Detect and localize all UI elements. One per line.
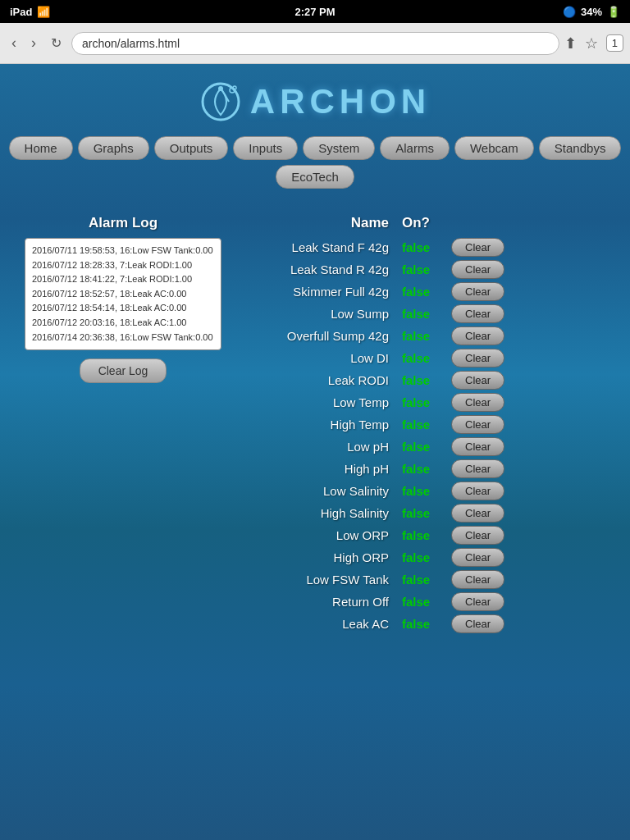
url-text: archon/alarms.html: [82, 37, 180, 50]
alarm-row: Low Salinity false Clear: [238, 482, 605, 500]
battery-label: 34%: [581, 6, 602, 18]
nav-home[interactable]: Home: [9, 136, 73, 160]
alarm-value: false: [402, 550, 451, 564]
back-button[interactable]: ‹: [7, 31, 21, 55]
alarm-name: Low FSW Tank: [238, 573, 402, 587]
alarm-value: false: [402, 373, 451, 387]
alarm-value: false: [402, 484, 451, 498]
alarms-header: Name On?: [238, 215, 605, 231]
alarm-value: false: [402, 506, 451, 520]
address-bar[interactable]: archon/alarms.html: [71, 32, 559, 55]
alarm-value: false: [402, 395, 451, 409]
nav-inputs[interactable]: Inputs: [233, 136, 298, 160]
svg-point-3: [233, 86, 236, 89]
clear-log-button[interactable]: Clear Log: [80, 358, 167, 383]
clear-button[interactable]: Clear: [451, 282, 504, 301]
nav-outputs[interactable]: Outputs: [154, 136, 229, 160]
time-label: 2:27 PM: [294, 6, 335, 18]
share-icon[interactable]: ⬆: [564, 34, 577, 52]
clear-button[interactable]: Clear: [451, 371, 504, 390]
nav-standbys[interactable]: Standbys: [539, 136, 622, 160]
clear-button[interactable]: Clear: [451, 437, 504, 456]
alarm-value: false: [402, 307, 451, 321]
alarm-name: Leak RODI: [238, 373, 402, 387]
clear-button[interactable]: Clear: [451, 482, 504, 500]
clear-button[interactable]: Clear: [451, 349, 504, 368]
clear-button[interactable]: Clear: [451, 548, 504, 567]
alarm-row: High pH false Clear: [238, 459, 605, 478]
refresh-button[interactable]: ↻: [46, 32, 66, 54]
alarm-value: false: [402, 573, 451, 587]
alarm-name: Low ORP: [238, 528, 402, 542]
nav-webcam[interactable]: Webcam: [454, 136, 534, 160]
alarm-row: Low pH false Clear: [238, 437, 605, 456]
clear-button[interactable]: Clear: [451, 393, 504, 412]
clear-button[interactable]: Clear: [451, 260, 504, 279]
alarm-value: false: [402, 351, 451, 365]
clear-button[interactable]: Clear: [451, 326, 504, 345]
alarm-value: false: [402, 440, 451, 454]
tab-badge[interactable]: 1: [606, 34, 623, 52]
wifi-icon: 📶: [37, 6, 50, 18]
alarm-value: false: [402, 595, 451, 609]
alarm-name: Leak Stand F 42g: [238, 240, 402, 254]
bookmark-icon[interactable]: ☆: [585, 34, 598, 52]
alarm-name: High ORP: [238, 550, 402, 564]
alarm-row: Leak RODI false Clear: [238, 371, 605, 390]
alarm-value: false: [402, 462, 451, 476]
battery-icon: 🔋: [607, 6, 620, 18]
alarm-name: Leak AC: [238, 617, 402, 631]
clear-button[interactable]: Clear: [451, 415, 504, 434]
nav-system[interactable]: System: [303, 136, 375, 160]
main-content: Alarm Log 2016/07/11 19:58:53, 16:Low FS…: [0, 202, 630, 650]
alarm-name: Return Off: [238, 595, 402, 609]
logo-container: ARCHON: [0, 80, 630, 123]
alarm-name: Low Temp: [238, 395, 402, 409]
alarm-value: false: [402, 262, 451, 276]
alarm-row: High ORP false Clear: [238, 548, 605, 567]
alarm-row: Low Sump false Clear: [238, 304, 605, 323]
clear-button[interactable]: Clear: [451, 614, 504, 633]
clear-button[interactable]: Clear: [451, 526, 504, 545]
alarm-row: High Salinity false Clear: [238, 504, 605, 523]
forward-button[interactable]: ›: [26, 31, 41, 55]
alarm-name: Low Sump: [238, 307, 402, 321]
col-name-header: Name: [238, 215, 402, 231]
alarm-row: Low DI false Clear: [238, 349, 605, 368]
alarm-row: Skimmer Full 42g false Clear: [238, 282, 605, 301]
logo-text: ARCHON: [250, 82, 431, 121]
clear-button[interactable]: Clear: [451, 459, 504, 478]
status-bar: iPad 📶 2:27 PM 🔵 34% 🔋: [0, 0, 630, 23]
alarm-log-title: Alarm Log: [25, 215, 221, 231]
alarm-log-section: Alarm Log 2016/07/11 19:58:53, 16:Low FS…: [25, 215, 221, 383]
alarm-value: false: [402, 240, 451, 254]
nav-graphs[interactable]: Graphs: [78, 136, 149, 160]
alarm-name: Low DI: [238, 351, 402, 365]
nav-bar-row1: Home Graphs Outputs Inputs System Alarms…: [0, 136, 630, 160]
alarm-row: High Temp false Clear: [238, 415, 605, 434]
bluetooth-icon: 🔵: [563, 6, 576, 18]
alarm-value: false: [402, 285, 451, 299]
clear-button[interactable]: Clear: [451, 238, 504, 257]
clear-button[interactable]: Clear: [451, 592, 504, 611]
alarm-value: false: [402, 528, 451, 542]
clear-button[interactable]: Clear: [451, 504, 504, 523]
alarm-name: Low pH: [238, 440, 402, 454]
alarm-name: Leak Stand R 42g: [238, 262, 402, 276]
nav-alarms[interactable]: Alarms: [380, 136, 450, 160]
alarm-value: false: [402, 418, 451, 431]
alarm-row: Leak Stand R 42g false Clear: [238, 260, 605, 279]
col-on-header: On?: [402, 215, 430, 231]
alarm-row: Overfull Sump 42g false Clear: [238, 326, 605, 345]
alarm-name: High Temp: [238, 418, 402, 431]
clear-button[interactable]: Clear: [451, 304, 504, 323]
log-entry-3: 2016/07/12 18:41:22, 7:Leak RODI:1.00: [32, 272, 214, 287]
alarm-value: false: [402, 617, 451, 631]
alarm-log-box: 2016/07/11 19:58:53, 16:Low FSW Tank:0.0…: [25, 238, 221, 350]
nav-bar-row2: EcoTech: [0, 165, 630, 189]
clear-button[interactable]: Clear: [451, 570, 504, 589]
alarm-name: Overfull Sump 42g: [238, 329, 402, 343]
nav-ecotech[interactable]: EcoTech: [276, 165, 354, 189]
alarm-row: Low FSW Tank false Clear: [238, 570, 605, 589]
alarm-name: Low Salinity: [238, 484, 402, 498]
